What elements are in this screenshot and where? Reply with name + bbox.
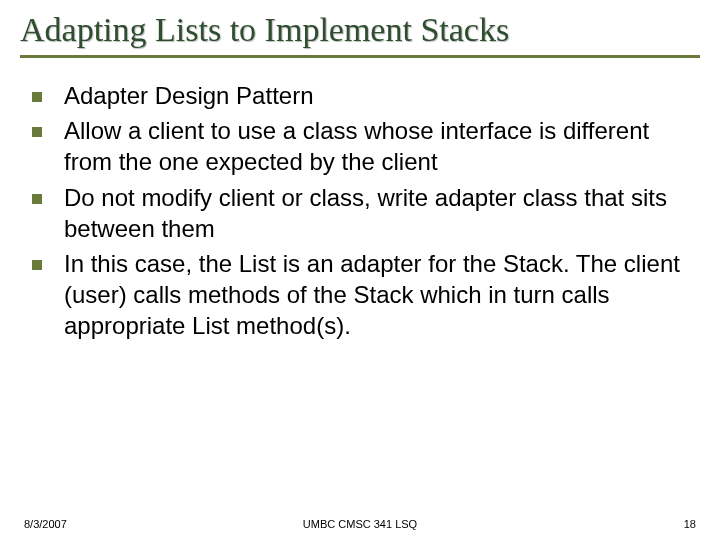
- slide-title: Adapting Lists to Implement Stacks: [20, 10, 700, 49]
- title-underline: Adapting Lists to Implement Stacks: [20, 10, 700, 58]
- bullet-icon: [32, 127, 42, 137]
- bullet-icon: [32, 194, 42, 204]
- bullet-text: Allow a client to use a class whose inte…: [64, 115, 692, 177]
- bullet-text: Do not modify client or class, write ada…: [64, 182, 692, 244]
- list-item: Do not modify client or class, write ada…: [32, 182, 692, 244]
- slide-body: Adapter Design Pattern Allow a client to…: [32, 80, 692, 346]
- footer-page-number: 18: [684, 518, 696, 530]
- bullet-text: Adapter Design Pattern: [64, 80, 692, 111]
- list-item: In this case, the List is an adapter for…: [32, 248, 692, 342]
- bullet-icon: [32, 92, 42, 102]
- bullet-icon: [32, 260, 42, 270]
- list-item: Allow a client to use a class whose inte…: [32, 115, 692, 177]
- bullet-text: In this case, the List is an adapter for…: [64, 248, 692, 342]
- footer-date: 8/3/2007: [24, 518, 67, 530]
- footer-center: UMBC CMSC 341 LSQ: [0, 518, 720, 530]
- slide-footer: 8/3/2007 UMBC CMSC 341 LSQ 18: [0, 518, 720, 530]
- list-item: Adapter Design Pattern: [32, 80, 692, 111]
- slide: Adapting Lists to Implement Stacks Adapt…: [0, 0, 720, 540]
